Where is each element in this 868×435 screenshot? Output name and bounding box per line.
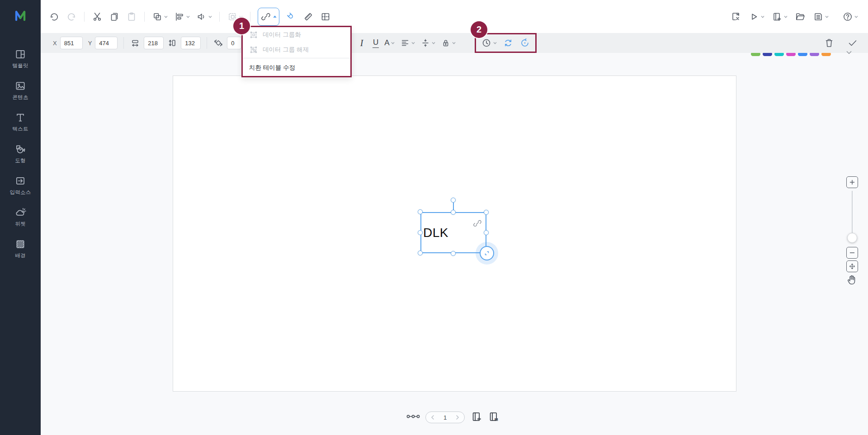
folder-open-icon bbox=[795, 11, 806, 22]
resize-handle-right[interactable] bbox=[484, 230, 489, 235]
resize-handle-top-right[interactable] bbox=[484, 210, 489, 215]
sidebar-item-contents[interactable]: 콘텐츠 bbox=[0, 80, 41, 102]
add-page-button[interactable] bbox=[471, 411, 483, 423]
play-button[interactable] bbox=[749, 11, 764, 22]
table-button[interactable] bbox=[320, 11, 331, 22]
sidebar-item-background[interactable]: 배경 bbox=[0, 238, 41, 260]
vertical-align-button[interactable] bbox=[420, 38, 435, 48]
confirm-button[interactable] bbox=[847, 38, 858, 48]
magnet-button[interactable] bbox=[286, 11, 297, 22]
audio-icon bbox=[196, 11, 207, 22]
x-input[interactable] bbox=[60, 37, 83, 49]
font-style-button[interactable]: A bbox=[384, 38, 394, 47]
link-dropdown-menu: 데이터 그룹화 데이터 그룹 해제 치환 테이블 수정 bbox=[241, 26, 352, 77]
palette-expand-button[interactable] bbox=[846, 50, 852, 55]
page-template-button[interactable]: M bbox=[488, 411, 500, 423]
folder-open-button[interactable] bbox=[795, 11, 806, 22]
menu-item-label: 치환 테이블 수정 bbox=[249, 64, 295, 72]
refresh-button[interactable] bbox=[503, 38, 514, 48]
font-style-icon: A bbox=[384, 38, 389, 47]
audio-button[interactable] bbox=[196, 11, 212, 22]
page-list-button[interactable] bbox=[406, 412, 420, 421]
timer-icon bbox=[481, 38, 492, 48]
sidebar-item-shapes[interactable]: 도형 bbox=[0, 143, 41, 165]
rotate-handle[interactable] bbox=[451, 198, 456, 203]
sidebar-item-label: 배경 bbox=[15, 252, 26, 259]
page-add-button[interactable] bbox=[772, 11, 788, 22]
help-button[interactable] bbox=[842, 11, 858, 22]
y-label: Y bbox=[88, 40, 92, 47]
crop-button[interactable] bbox=[152, 11, 168, 22]
text-format-group: I U A bbox=[356, 33, 537, 53]
copy-button[interactable] bbox=[109, 11, 120, 22]
resize-handle-top-left[interactable] bbox=[418, 209, 423, 214]
toolbar-divider bbox=[219, 12, 220, 22]
sidebar-item-text[interactable]: 텍스트 bbox=[0, 112, 41, 134]
input-source-icon bbox=[14, 175, 26, 187]
resize-handle-bottom-left[interactable] bbox=[418, 251, 423, 255]
trash-button[interactable] bbox=[824, 38, 835, 48]
save-button[interactable] bbox=[813, 11, 829, 22]
sidebar-item-template[interactable]: 템플릿 bbox=[0, 48, 41, 71]
chevron-down-icon bbox=[432, 42, 435, 44]
paste-icon bbox=[126, 11, 137, 22]
y-input[interactable] bbox=[95, 37, 118, 49]
sidebar-nav: 템플릿 콘텐츠 텍스트 도형 입력소스 위젯 bbox=[0, 48, 41, 260]
crop-icon bbox=[152, 11, 163, 22]
italic-button[interactable]: I bbox=[356, 38, 367, 48]
redo-icon bbox=[66, 11, 77, 22]
sidebar-item-input-source[interactable]: 입력소스 bbox=[0, 175, 41, 197]
toolbar-right-group bbox=[731, 0, 858, 33]
sidebar-item-label: 템플릿 bbox=[12, 62, 28, 69]
resize-handle-bottom[interactable] bbox=[451, 251, 456, 256]
undo-button[interactable] bbox=[49, 11, 60, 22]
text-align-button[interactable] bbox=[400, 38, 415, 48]
rotate-reset-button[interactable] bbox=[519, 38, 530, 48]
toolbar-divider bbox=[144, 12, 145, 22]
page-delete-button[interactable] bbox=[731, 11, 741, 22]
underline-button[interactable]: U bbox=[373, 38, 379, 48]
resize-handle-left[interactable] bbox=[418, 230, 423, 235]
sidebar: 템플릿 콘텐츠 텍스트 도형 입력소스 위젯 bbox=[0, 0, 41, 435]
contents-icon bbox=[14, 80, 26, 92]
chevron-down-icon bbox=[391, 42, 395, 44]
chevron-down-icon bbox=[411, 42, 415, 44]
fit-screen-button[interactable] bbox=[846, 260, 858, 272]
rotate-reset-icon bbox=[519, 38, 530, 48]
copy-icon bbox=[109, 11, 120, 22]
prev-page-button[interactable] bbox=[430, 415, 435, 420]
annotation-badge-2: 2 bbox=[471, 21, 487, 38]
zoom-in-button[interactable] bbox=[846, 176, 858, 188]
sidebar-item-widget[interactable]: 위젯 bbox=[0, 207, 41, 229]
align-objects-button[interactable] bbox=[174, 11, 190, 22]
cut-button[interactable] bbox=[92, 11, 103, 22]
menu-item-edit-substitution-table[interactable]: 치환 테이블 수정 bbox=[243, 59, 350, 76]
selected-element[interactable]: DLK bbox=[420, 212, 486, 253]
format-bar: X Y I U A bbox=[41, 33, 868, 53]
svg-text:M: M bbox=[495, 417, 498, 422]
resize-handle-bottom-right[interactable] bbox=[480, 246, 494, 260]
widget-icon bbox=[14, 207, 26, 218]
width-input[interactable] bbox=[144, 37, 164, 49]
next-page-button[interactable] bbox=[455, 415, 460, 420]
trash-icon bbox=[824, 38, 835, 48]
expand-icon bbox=[484, 250, 490, 256]
align-objects-icon bbox=[174, 11, 185, 22]
rotation-input[interactable] bbox=[227, 37, 241, 49]
link-button[interactable] bbox=[258, 8, 279, 26]
height-input[interactable] bbox=[181, 37, 201, 49]
zoom-out-button[interactable] bbox=[846, 247, 858, 259]
resize-handle-top[interactable] bbox=[451, 210, 456, 215]
chevron-down-icon bbox=[761, 15, 764, 18]
selected-element-text: DLK bbox=[421, 226, 448, 240]
save-icon bbox=[813, 11, 824, 22]
zoom-slider-thumb[interactable] bbox=[847, 233, 857, 243]
ruler-button[interactable] bbox=[303, 11, 314, 22]
lock-button[interactable] bbox=[441, 38, 456, 48]
annotation-badge-1: 1 bbox=[233, 18, 250, 34]
timer-button[interactable] bbox=[481, 38, 497, 48]
chevron-down-icon bbox=[164, 15, 168, 18]
table-icon bbox=[320, 11, 331, 22]
hand-pan-button[interactable] bbox=[846, 274, 858, 286]
undo-icon bbox=[49, 11, 60, 22]
